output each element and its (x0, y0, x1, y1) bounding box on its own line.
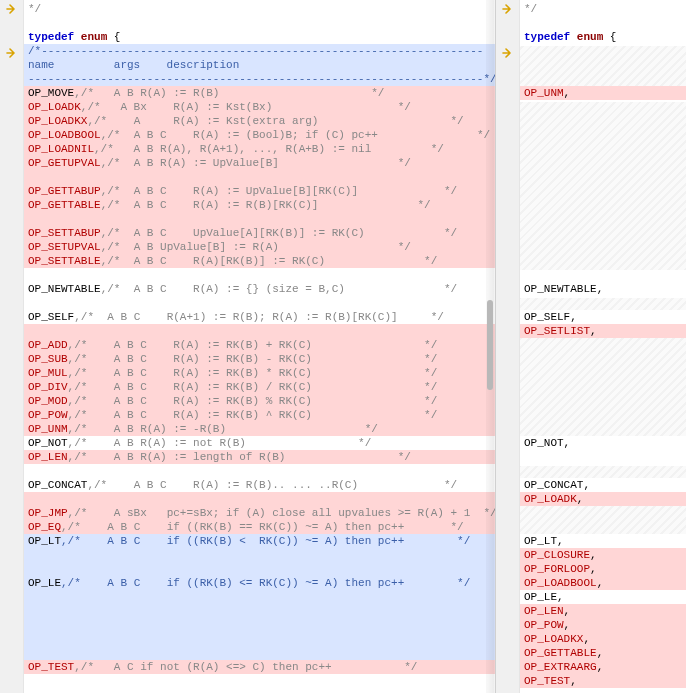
code-line (24, 268, 495, 282)
code-line (24, 212, 495, 226)
code-line (520, 198, 686, 212)
code-line (520, 170, 686, 184)
code-line: OP_LEN,/* A B R(A) := length of R(B) */ (24, 450, 495, 464)
code-line: OP_GETTABLE, (520, 646, 686, 660)
code-line (520, 128, 686, 142)
code-line (520, 142, 686, 156)
code-line: typedef enum { (520, 30, 686, 44)
right-gutter (496, 0, 520, 693)
code-line: OP_NOT,/* A B R(A) := not R(B) */ (24, 436, 495, 450)
code-line: OP_FORLOOP, (520, 562, 686, 576)
code-line: OP_GETTABLE,/* A B C R(A) := R(B)[RK(C)]… (24, 198, 495, 212)
left-diff-pane[interactable]: */typedef enum {/*----------------------… (0, 0, 496, 693)
code-line: OP_JMP,/* A sBx pc+=sBx; if (A) close al… (24, 506, 495, 520)
code-line: OP_CONCAT,/* A B C R(A) := R(B).. ... ..… (24, 478, 495, 492)
code-line (520, 58, 686, 72)
code-line: OP_GETTABUP,/* A B C R(A) := UpValue[B][… (24, 184, 495, 198)
code-line: OP_LOADNIL,/* A B R(A), R(A+1), ..., R(A… (24, 142, 495, 156)
code-line (520, 380, 686, 394)
code-line: OP_LOADKX,/* A R(A) := Kst(extra arg) */ (24, 114, 495, 128)
code-line: OP_EXTRAARG, (520, 660, 686, 674)
code-line: OP_SETTABUP,/* A B C UpValue[A][RK(B)] :… (24, 226, 495, 240)
code-line (520, 268, 686, 282)
code-line (24, 324, 495, 338)
code-line: OP_LOADK, (520, 492, 686, 506)
code-line: OP_MUL,/* A B C R(A) := RK(B) * RK(C) */ (24, 366, 495, 380)
code-line: OP_NOT, (520, 436, 686, 450)
code-line: OP_LOADK,/* A Bx R(A) := Kst(Bx) */ (24, 100, 495, 114)
code-line (520, 16, 686, 30)
code-line: OP_SUB,/* A B C R(A) := RK(B) - RK(C) */ (24, 352, 495, 366)
code-line: name args description (24, 58, 495, 72)
code-line (520, 72, 686, 86)
code-line: */ (520, 2, 686, 16)
code-line: OP_MOD,/* A B C R(A) := RK(B) % RK(C) */ (24, 394, 495, 408)
code-line: ----------------------------------------… (24, 72, 495, 86)
code-line (24, 590, 495, 604)
code-line (520, 506, 686, 520)
code-line (520, 226, 686, 240)
code-line (520, 450, 686, 464)
code-line: */ (24, 2, 495, 16)
code-line (24, 646, 495, 660)
left-scrollbar[interactable] (486, 0, 494, 693)
code-line: OP_SETTABLE,/* A B C R(A)[RK(B)] := RK(C… (24, 254, 495, 268)
marker-arrow-icon (500, 46, 516, 60)
code-line: OP_SELF,/* A B C R(A+1) := R(B); R(A) :=… (24, 310, 495, 324)
code-line (24, 562, 495, 576)
code-line: OP_TEST, (520, 674, 686, 688)
left-code: */typedef enum {/*----------------------… (24, 0, 495, 674)
marker-arrow-icon (500, 2, 516, 16)
code-line: OP_UNM, (520, 86, 686, 100)
code-line: OP_LOADBOOL, (520, 576, 686, 590)
code-line (520, 366, 686, 380)
code-line: OP_LOADBOOL,/* A B C R(A) := (Bool)B; if… (24, 128, 495, 142)
code-line (24, 548, 495, 562)
code-line (24, 16, 495, 30)
code-line: OP_SETUPVAL,/* A B UpValue[B] := R(A) */ (24, 240, 495, 254)
code-line (24, 604, 495, 618)
code-line (520, 520, 686, 534)
code-line: OP_TEST,/* A C if not (R(A) <=> C) then … (24, 660, 495, 674)
code-line: OP_DIV,/* A B C R(A) := RK(B) / RK(C) */ (24, 380, 495, 394)
code-line (24, 492, 495, 506)
code-line (520, 44, 686, 58)
code-line: OP_ADD,/* A B C R(A) := RK(B) + RK(C) */ (24, 338, 495, 352)
code-line: OP_SETLIST, (520, 324, 686, 338)
code-line (520, 422, 686, 436)
code-line (520, 240, 686, 254)
code-line (520, 184, 686, 198)
code-line (24, 464, 495, 478)
right-code: */typedef enum {OP_UNM,OP_NEWTABLE,OP_SE… (520, 0, 686, 688)
code-line: OP_GETUPVAL,/* A B R(A) := UpValue[B] */ (24, 156, 495, 170)
code-line (24, 296, 495, 310)
code-line: OP_LT,/* A B C if ((RK(B) < RK(C)) ~= A)… (24, 534, 495, 548)
code-line: OP_CLOSURE, (520, 548, 686, 562)
code-line: OP_POW,/* A B C R(A) := RK(B) ^ RK(C) */ (24, 408, 495, 422)
left-scroll-thumb[interactable] (487, 300, 493, 390)
code-line: OP_SELF, (520, 310, 686, 324)
code-line: OP_LEN, (520, 604, 686, 618)
marker-arrow-icon (4, 46, 20, 60)
code-line (520, 156, 686, 170)
code-line: OP_LOADKX, (520, 632, 686, 646)
code-line (520, 114, 686, 128)
code-line (520, 100, 686, 114)
code-line: OP_EQ,/* A B C if ((RK(B) == RK(C)) ~= A… (24, 520, 495, 534)
code-line (520, 296, 686, 310)
code-line (24, 170, 495, 184)
code-line (24, 632, 495, 646)
right-diff-pane[interactable]: */typedef enum {OP_UNM,OP_NEWTABLE,OP_SE… (496, 0, 686, 693)
code-line (520, 254, 686, 268)
code-line: OP_UNM,/* A B R(A) := -R(B) */ (24, 422, 495, 436)
code-line (520, 464, 686, 478)
marker-arrow-icon (4, 2, 20, 16)
code-line: OP_MOVE,/* A B R(A) := R(B) */ (24, 86, 495, 100)
code-line (520, 394, 686, 408)
code-line (520, 212, 686, 226)
code-line: /*--------------------------------------… (24, 44, 495, 58)
code-line: OP_LT, (520, 534, 686, 548)
code-line: OP_LE, (520, 590, 686, 604)
code-line (520, 408, 686, 422)
code-line (520, 352, 686, 366)
